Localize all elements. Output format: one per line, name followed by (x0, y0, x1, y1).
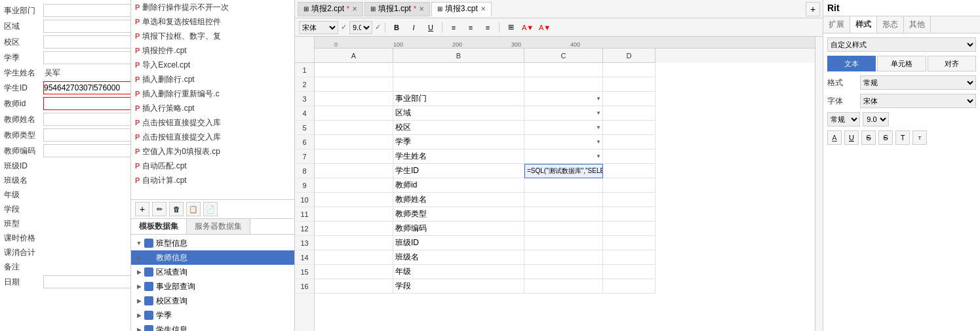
mid-item-11[interactable]: P自动匹配.cpt (131, 159, 294, 173)
cell-2-0[interactable] (315, 77, 393, 92)
cell-2-3[interactable] (603, 77, 656, 92)
add-btn[interactable]: + (135, 202, 149, 216)
cell-13-1[interactable]: 班级ID (393, 236, 524, 250)
cell-11-1[interactable]: 教师类型 (393, 207, 524, 222)
underline-btn[interactable]: U (423, 21, 438, 34)
col-header-D[interactable]: D (603, 49, 656, 63)
cell-5-2[interactable] (524, 121, 603, 135)
text-red-input-6[interactable] (43, 97, 131, 110)
text-red-input-5[interactable] (43, 81, 131, 94)
cell-9-0[interactable] (315, 178, 393, 193)
mid-item-3[interactable]: P填报控件.cpt (131, 43, 294, 58)
align-right-btn[interactable]: ≡ (480, 21, 495, 34)
cell-9-3[interactable] (603, 178, 656, 193)
cell-1-1[interactable] (393, 63, 524, 77)
cell-13-2[interactable] (524, 236, 603, 250)
cell-3-0[interactable] (315, 92, 393, 106)
cell-5-3[interactable] (603, 121, 656, 135)
dropdown-input-3[interactable] (43, 51, 131, 64)
fmt-btn-T2[interactable]: T (912, 130, 927, 145)
tree-item-2[interactable]: ▶区域查询 (131, 265, 294, 279)
cell-2-1[interactable] (393, 77, 524, 92)
cell-8-1[interactable]: 学生ID (393, 164, 524, 178)
cell-1-2[interactable] (524, 63, 603, 77)
cell-10-1[interactable]: 教师姓名 (393, 193, 524, 207)
edit-btn[interactable]: ✏ (152, 202, 167, 216)
cell-8-2[interactable]: =SQL("测试数据库","SELECT id from student_pho… (524, 164, 603, 178)
props-tab-style[interactable]: 样式 (850, 16, 877, 33)
cell-6-3[interactable] (603, 135, 656, 149)
cell-5-1[interactable]: 校区 (393, 121, 524, 135)
add-sheet-btn[interactable]: + (806, 2, 820, 16)
font-select[interactable]: 宋体 (299, 21, 338, 34)
cell-11-0[interactable] (315, 207, 393, 222)
font-name-select[interactable]: 宋体 (860, 94, 976, 108)
cell-7-2[interactable] (524, 149, 603, 164)
cell-15-1[interactable]: 年级 (393, 265, 524, 279)
date-input-18[interactable] (43, 275, 131, 288)
paste-btn[interactable]: 📄 (203, 202, 218, 216)
dropdown-input-0[interactable] (43, 4, 131, 17)
cell-6-2[interactable] (524, 135, 603, 149)
mid-item-0[interactable]: P删除行操作提示不开一次 (131, 0, 294, 14)
cell-4-3[interactable] (603, 106, 656, 121)
cell-1-3[interactable] (603, 63, 656, 77)
dropdown-input-2[interactable] (43, 35, 131, 49)
props-tab-expand[interactable]: 扩展 (823, 16, 850, 33)
fill-color-btn[interactable]: A▼ (520, 21, 535, 34)
tab-template-dataset[interactable]: 模板数据集 (131, 219, 187, 234)
mid-item-5[interactable]: P插入删除行.cpt (131, 72, 294, 87)
props-tab-other[interactable]: 其他 (904, 16, 931, 33)
mid-item-6[interactable]: P插入删除行重新编号.c (131, 87, 294, 101)
cell-10-0[interactable] (315, 193, 393, 207)
cell-3-3[interactable] (603, 92, 656, 106)
input-field-8[interactable] (43, 128, 131, 142)
cell-14-1[interactable]: 班级名 (393, 250, 524, 265)
cell-7-1[interactable]: 学生姓名 (393, 149, 524, 164)
cell-12-0[interactable] (315, 222, 393, 236)
cell-13-3[interactable] (603, 236, 656, 250)
cell-7-3[interactable] (603, 149, 656, 164)
cell-14-0[interactable] (315, 250, 393, 265)
border-btn[interactable]: ⊞ (503, 21, 518, 34)
input-field-9[interactable] (43, 144, 131, 157)
cell-15-2[interactable] (524, 265, 603, 279)
cell-14-3[interactable] (603, 250, 656, 265)
font-style-select[interactable]: 常规 (827, 112, 860, 127)
format-select[interactable]: 常规 (860, 75, 976, 90)
cell-15-3[interactable] (603, 265, 656, 279)
italic-btn[interactable]: I (406, 21, 421, 34)
cell-6-1[interactable]: 学季 (393, 135, 524, 149)
cell-btn[interactable]: 单元格 (877, 56, 926, 71)
cell-16-0[interactable] (315, 279, 393, 294)
style-select[interactable]: 自定义样式 (827, 37, 976, 52)
input-field-7[interactable] (43, 113, 131, 126)
mid-item-2[interactable]: P填报下拉框、数字、复 (131, 29, 294, 43)
tree-item-0[interactable]: ▼班型信息 (131, 236, 294, 250)
sheet-tab-1[interactable]: ⊞填报1.cpt*✕ (364, 2, 430, 16)
col-header-A[interactable]: A (315, 49, 393, 63)
cell-13-0[interactable] (315, 236, 393, 250)
col-header-C[interactable]: C (524, 49, 603, 63)
cell-9-1[interactable]: 教师id (393, 178, 524, 193)
cell-11-3[interactable] (603, 207, 656, 222)
mid-item-1[interactable]: P单选和复选按钮组控件 (131, 14, 294, 29)
cell-11-2[interactable] (524, 207, 603, 222)
col-header-B[interactable]: B (393, 49, 524, 63)
fmt-btn-S1[interactable]: S (861, 130, 876, 145)
cell-12-2[interactable] (524, 222, 603, 236)
fmt-btn-U[interactable]: U (844, 130, 859, 145)
props-tab-shape[interactable]: 形态 (877, 16, 904, 33)
copy-btn[interactable]: 📋 (186, 202, 201, 216)
cell-8-0[interactable] (315, 164, 393, 178)
mid-item-4[interactable]: P导入Excel.cpt (131, 58, 294, 72)
cell-16-1[interactable]: 学段 (393, 279, 524, 294)
grid-scroll-area[interactable]: ABCD事业部门区域校区学季学生姓名学生ID=SQL("测试数据库","SELE… (315, 49, 815, 331)
cell-5-0[interactable] (315, 121, 393, 135)
cell-12-1[interactable]: 教师编码 (393, 222, 524, 236)
cell-3-2[interactable] (524, 92, 603, 106)
fmt-btn-A[interactable]: A (827, 130, 842, 145)
cell-16-2[interactable] (524, 279, 603, 294)
cell-14-2[interactable] (524, 250, 603, 265)
cell-8-3[interactable] (603, 164, 656, 178)
